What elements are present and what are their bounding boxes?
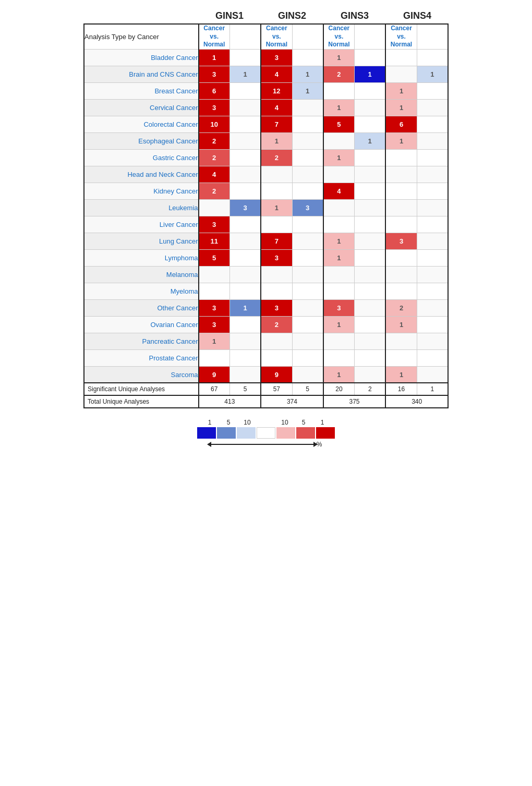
legend-labels: 1 5 10 10 5 1 [200, 419, 332, 426]
data-cell-g2a: 7 [261, 116, 292, 132]
data-cell-g3a [323, 349, 355, 366]
data-cell-g4b [417, 299, 448, 316]
legend-label-blank [257, 419, 275, 426]
col-header-g2b [292, 24, 323, 49]
total-g3: 375 [323, 395, 386, 408]
cancer-label: Colorectal Cancer [84, 116, 199, 132]
col-header-g3a: Cancervs.Normal [323, 24, 355, 49]
data-cell-g3a [323, 333, 355, 349]
table-row: Bladder Cancer131 [84, 49, 448, 66]
data-cell-g2a: 12 [261, 82, 292, 99]
data-cell-g4b [417, 166, 448, 183]
data-cell-g2a [261, 333, 292, 349]
data-cell-g4b: 1 [417, 66, 448, 82]
data-cell-g3a [323, 82, 355, 99]
data-cell-g2a [261, 216, 292, 233]
legend-label-10r: 10 [275, 419, 294, 426]
cancer-label: Liver Cancer [84, 216, 199, 233]
data-cell-g4a: 1 [385, 316, 417, 333]
data-cell-g1b [229, 166, 261, 183]
table-row: Melanoma [84, 266, 448, 283]
total-g4: 340 [385, 395, 448, 408]
data-cell-g1a: 3 [199, 66, 230, 82]
data-cell-g2b [292, 166, 323, 183]
chart-container: GINS1 GINS2 GINS3 GINS4 Analysis Type by… [83, 10, 449, 448]
cancer-label: Cervical Cancer [84, 99, 199, 116]
data-cell-g4b [417, 99, 448, 116]
data-cell-g2b [292, 266, 323, 283]
data-cell-g4a: 1 [385, 99, 417, 116]
legend-red-5 [296, 427, 315, 439]
data-cell-g4b [417, 132, 448, 149]
col-header-g4a: Cancervs.Normal [385, 24, 417, 49]
data-cell-g1a: 10 [199, 116, 230, 132]
data-cell-g3b [355, 99, 386, 116]
gins1-label: GINS1 [198, 10, 261, 21]
data-cell-g4b [417, 233, 448, 249]
data-cell-g4a: 1 [385, 132, 417, 149]
data-cell-g1b [229, 216, 261, 233]
cancer-label: Lymphoma [84, 249, 199, 266]
cancer-label: Leukemia [84, 199, 199, 216]
data-cell-g2b [292, 233, 323, 249]
data-cell-g3a: 1 [323, 249, 355, 266]
cancer-label: Brain and CNS Cancer [84, 66, 199, 82]
data-cell-g4a [385, 66, 417, 82]
data-cell-g3a: 2 [323, 66, 355, 82]
data-cell-g4a [385, 266, 417, 283]
col-header-g2a: Cancervs.Normal [261, 24, 292, 49]
data-cell-g1a: 2 [199, 149, 230, 166]
data-cell-g2a: 9 [261, 366, 292, 383]
data-cell-g3a: 1 [323, 233, 355, 249]
legend-label-1: 1 [200, 419, 219, 426]
data-cell-g1a: 2 [199, 183, 230, 199]
data-cell-g3b [355, 299, 386, 316]
data-cell-g1a: 9 [199, 366, 230, 383]
data-cell-g4a [385, 333, 417, 349]
data-cell-g4a: 2 [385, 299, 417, 316]
data-cell-g2b [292, 333, 323, 349]
data-cell-g1b [229, 99, 261, 116]
cancer-label: Prostate Cancer [84, 349, 199, 366]
legend-label-1r: 1 [313, 419, 332, 426]
data-cell-g1b [229, 349, 261, 366]
data-cell-g2a: 7 [261, 233, 292, 249]
sig-footer-row: Significant Unique Analyses 67 5 57 5 20… [84, 383, 448, 395]
arrow-line [210, 444, 315, 445]
data-cell-g3a [323, 266, 355, 283]
data-cell-g2a: 4 [261, 66, 292, 82]
data-cell-g4b [417, 333, 448, 349]
table-row: Pancreatic Cancer1 [84, 333, 448, 349]
data-cell-g1a: 2 [199, 132, 230, 149]
cancer-label: Breast Cancer [84, 82, 199, 99]
data-cell-g2b [292, 316, 323, 333]
data-cell-g3b [355, 216, 386, 233]
data-cell-g4a: 1 [385, 366, 417, 383]
cancer-label: Other Cancer [84, 299, 199, 316]
data-cell-g3b [355, 116, 386, 132]
data-cell-g3b [355, 183, 386, 199]
data-cell-g2b [292, 249, 323, 266]
data-cell-g4a [385, 166, 417, 183]
legend-blue-10 [197, 427, 216, 439]
data-cell-g3b [355, 49, 386, 66]
legend-red-10 [316, 427, 335, 439]
data-cell-g2a: 1 [261, 132, 292, 149]
cancer-label: Myeloma [84, 283, 199, 299]
data-cell-g3a: 1 [323, 366, 355, 383]
cancer-label: Esophageal Cancer [84, 132, 199, 149]
table-row: Cervical Cancer3411 [84, 99, 448, 116]
data-cell-g1b [229, 333, 261, 349]
cancer-label: Bladder Cancer [84, 49, 199, 66]
data-cell-g2a [261, 166, 292, 183]
data-cell-g1a [199, 283, 230, 299]
sig-g2a: 57 [261, 383, 292, 395]
data-cell-g3b [355, 82, 386, 99]
data-cell-g4a [385, 49, 417, 66]
data-cell-g4a [385, 199, 417, 216]
table-row: Kidney Cancer24 [84, 183, 448, 199]
table-row: Other Cancer31332 [84, 299, 448, 316]
data-cell-g3b [355, 283, 386, 299]
data-cell-g2a: 3 [261, 299, 292, 316]
col-header-g1a: Cancervs.Normal [199, 24, 230, 49]
